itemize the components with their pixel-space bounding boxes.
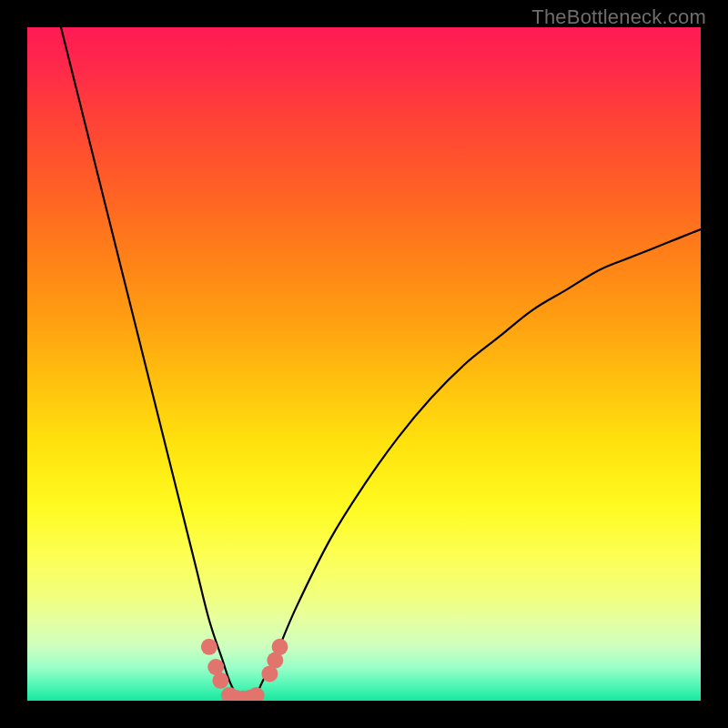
curve-marker: [212, 672, 228, 689]
chart-frame: TheBottleneck.com: [0, 0, 728, 728]
chart-svg: [27, 27, 701, 701]
curve-marker: [248, 687, 265, 701]
curve-marker: [201, 639, 217, 655]
curve-marker: [272, 639, 288, 655]
curve-markers: [201, 639, 288, 701]
bottleneck-curve: [61, 27, 701, 699]
watermark-text: TheBottleneck.com: [531, 5, 706, 29]
